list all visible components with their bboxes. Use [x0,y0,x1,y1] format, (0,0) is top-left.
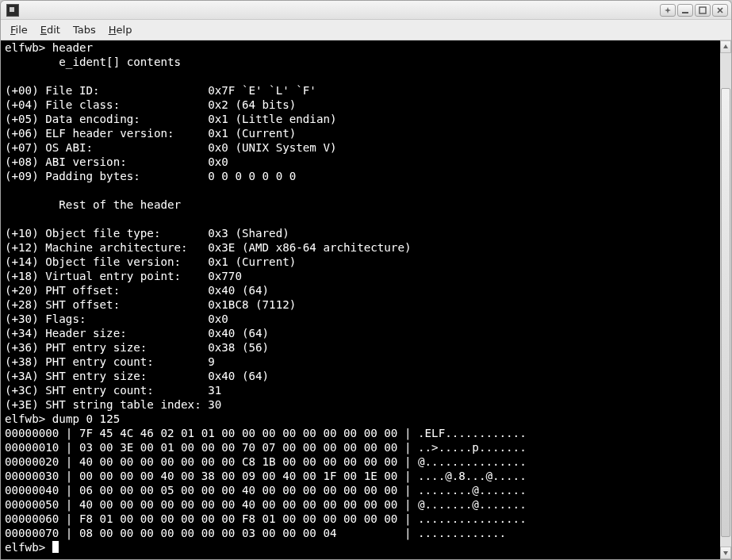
prompt-1: elfwb> [5,41,45,54]
minimize-button[interactable] [677,4,693,17]
cursor [52,541,59,553]
hdr-sht-offset: (+28) SHT offset: 0x1BC8 (7112) [5,298,296,311]
section-eident: e_ident[] contents [5,56,181,68]
dump-row-50: 00000050 | 40 00 00 00 00 00 00 00 40 00… [5,498,527,511]
menu-file[interactable]: File [4,21,34,38]
hdr-pht-offset: (+20) PHT offset: 0x40 (64) [5,284,269,297]
terminal[interactable]: elfwb> header e_ident[] contents (+00) F… [1,40,720,559]
scrollbar-track[interactable] [720,53,731,547]
dump-row-30: 00000030 | 00 00 00 00 40 00 38 00 09 00… [5,470,527,482]
hdr-flags: (+30) Flags: 0x0 [5,313,228,325]
hdr-size: (+34) Header size: 0x40 (64) [5,327,269,339]
titlebar[interactable] [1,1,731,20]
hdr-abi-version: (+08) ABI version: 0x0 [5,155,228,168]
hdr-machine: (+12) Machine architecture: 0x3E (AMD x8… [5,241,412,254]
dump-row-10: 00000010 | 03 00 3E 00 01 00 00 00 70 07… [5,441,527,454]
terminal-window: File Edit Tabs Help elfwb> header e_iden… [0,0,732,560]
menu-edit[interactable]: Edit [34,21,67,38]
cmd-header: header [52,41,93,54]
menu-help-rest: elp [117,24,132,36]
svg-marker-5 [723,44,728,48]
hdr-obj-type: (+10) Object file type: 0x3 (Shared) [5,227,289,240]
menu-help[interactable]: Help [102,21,139,38]
scroll-up-button[interactable] [720,40,731,53]
dump-row-70: 00000070 | 08 00 00 00 00 00 00 00 03 00… [5,527,506,539]
menubar: File Edit Tabs Help [1,20,731,40]
hdr-padding: (+09) Padding bytes: 0 0 0 0 0 0 0 [5,170,296,182]
close-button[interactable] [712,4,728,17]
hdr-file-class: (+04) File class: 0x2 (64 bits) [5,98,296,111]
svg-marker-6 [723,551,728,555]
scroll-down-button[interactable] [720,547,731,559]
hdr-file-id: (+00) File ID: 0x7F `E' `L' `F' [5,84,316,97]
hdr-sht-esize: (+3A) SHT entry size: 0x40 (64) [5,370,269,382]
dump-row-00: 00000000 | 7F 45 4C 46 02 01 01 00 00 00… [5,427,527,439]
dump-row-60: 00000060 | F8 01 00 00 00 00 00 00 F8 01… [5,512,527,525]
hdr-pht-esize: (+36) PHT entry size: 0x38 (56) [5,341,269,354]
dump-row-20: 00000020 | 40 00 00 00 00 00 00 00 C8 1B… [5,455,527,468]
menu-tabs[interactable]: Tabs [67,21,102,38]
terminal-area: elfwb> header e_ident[] contents (+00) F… [1,40,731,559]
prompt-2: elfwb> [5,412,45,425]
cmd-dump: dump 0 125 [52,412,120,425]
scrollbar-thumb[interactable] [721,88,730,537]
hdr-os-abi: (+07) OS ABI: 0x0 (UNIX System V) [5,141,337,154]
hdr-elf-version: (+06) ELF header version: 0x1 (Current) [5,127,296,140]
app-icon [6,4,19,17]
hdr-sht-strtab: (+3E) SHT string table index: 30 [5,398,221,411]
menu-edit-rest: dit [47,24,60,36]
menu-file-rest: ile [16,24,28,36]
hdr-obj-version: (+14) Object file version: 0x1 (Current) [5,255,296,268]
hdr-data-encoding: (+05) Data encoding: 0x1 (Little endian) [5,113,337,125]
svg-marker-0 [665,7,671,13]
maximize-button[interactable] [695,4,711,17]
hdr-sht-ecount: (+3C) SHT entry count: 31 [5,384,221,397]
hdr-pht-ecount: (+38) PHT entry count: 9 [5,355,215,368]
stick-button[interactable] [660,4,676,17]
section-rest: Rest of the header [5,198,181,211]
scrollbar[interactable] [720,40,731,559]
prompt-3: elfwb> [5,541,52,554]
hdr-entry: (+18) Virtual entry point: 0x770 [5,270,242,282]
svg-rect-2 [699,7,706,13]
svg-rect-1 [682,12,688,13]
menu-tabs-label: Tabs [73,24,96,36]
dump-row-40: 00000040 | 06 00 00 00 05 00 00 00 40 00… [5,484,527,497]
